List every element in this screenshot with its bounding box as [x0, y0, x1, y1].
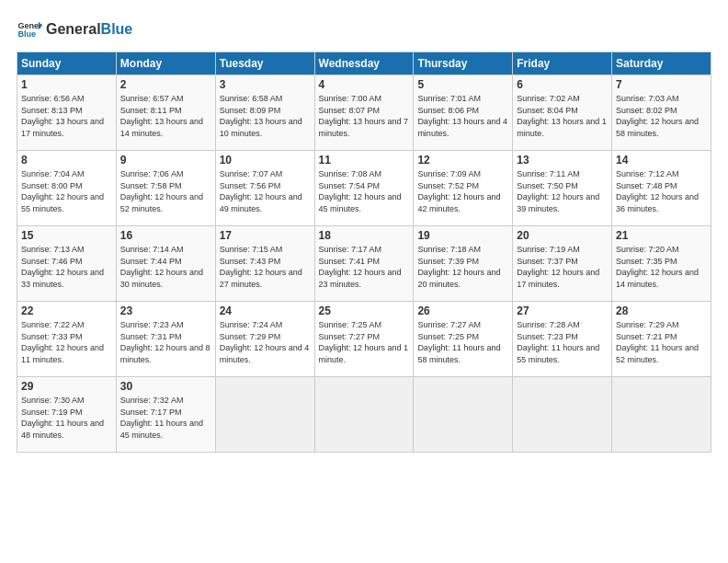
- col-saturday: Saturday: [612, 52, 711, 75]
- table-row: 6Sunrise: 7:02 AMSunset: 8:04 PMDaylight…: [513, 75, 612, 151]
- table-row: 29Sunrise: 7:30 AMSunset: 7:19 PMDayligh…: [17, 377, 117, 453]
- table-row: 28Sunrise: 7:29 AMSunset: 7:21 PMDayligh…: [612, 302, 711, 377]
- table-row: 4Sunrise: 7:00 AMSunset: 8:07 PMDaylight…: [314, 75, 414, 151]
- table-row: 10Sunrise: 7:07 AMSunset: 7:56 PMDayligh…: [215, 151, 314, 226]
- header: General Blue GeneralBlue: [17, 17, 711, 42]
- table-row: 25Sunrise: 7:25 AMSunset: 7:27 PMDayligh…: [314, 302, 414, 377]
- svg-text:Blue: Blue: [17, 29, 36, 39]
- table-row: 11Sunrise: 7:08 AMSunset: 7:54 PMDayligh…: [314, 151, 414, 226]
- table-row: 23Sunrise: 7:23 AMSunset: 7:31 PMDayligh…: [116, 302, 215, 377]
- table-row: [612, 377, 711, 453]
- col-sunday: Sunday: [17, 52, 117, 75]
- table-row: 19Sunrise: 7:18 AMSunset: 7:39 PMDayligh…: [414, 226, 513, 302]
- table-row: 24Sunrise: 7:24 AMSunset: 7:29 PMDayligh…: [215, 302, 314, 377]
- table-row: 8Sunrise: 7:04 AMSunset: 8:00 PMDaylight…: [17, 151, 117, 226]
- table-row: 18Sunrise: 7:17 AMSunset: 7:41 PMDayligh…: [314, 226, 414, 302]
- table-row: 22Sunrise: 7:22 AMSunset: 7:33 PMDayligh…: [17, 302, 117, 377]
- table-row: 21Sunrise: 7:20 AMSunset: 7:35 PMDayligh…: [612, 226, 711, 302]
- col-tuesday: Tuesday: [215, 52, 314, 75]
- table-row: 5Sunrise: 7:01 AMSunset: 8:06 PMDaylight…: [414, 75, 513, 151]
- table-row: 12Sunrise: 7:09 AMSunset: 7:52 PMDayligh…: [414, 151, 513, 226]
- table-row: 27Sunrise: 7:28 AMSunset: 7:23 PMDayligh…: [513, 302, 612, 377]
- logo-icon: General Blue: [17, 17, 42, 42]
- table-row: 14Sunrise: 7:12 AMSunset: 7:48 PMDayligh…: [612, 151, 711, 226]
- col-wednesday: Wednesday: [314, 52, 414, 75]
- table-row: 20Sunrise: 7:19 AMSunset: 7:37 PMDayligh…: [513, 226, 612, 302]
- table-row: 13Sunrise: 7:11 AMSunset: 7:50 PMDayligh…: [513, 151, 612, 226]
- table-row: 3Sunrise: 6:58 AMSunset: 8:09 PMDaylight…: [215, 75, 314, 151]
- table-row: 1Sunrise: 6:56 AMSunset: 8:13 PMDaylight…: [17, 75, 117, 151]
- logo: General Blue GeneralBlue: [17, 17, 132, 42]
- table-row: [414, 377, 513, 453]
- logo-blue: Blue: [101, 21, 133, 37]
- table-row: [513, 377, 612, 453]
- table-row: 2Sunrise: 6:57 AMSunset: 8:11 PMDaylight…: [116, 75, 215, 151]
- col-thursday: Thursday: [414, 52, 513, 75]
- table-row: 30Sunrise: 7:32 AMSunset: 7:17 PMDayligh…: [116, 377, 215, 453]
- col-monday: Monday: [116, 52, 215, 75]
- col-friday: Friday: [513, 52, 612, 75]
- table-row: 9Sunrise: 7:06 AMSunset: 7:58 PMDaylight…: [116, 151, 215, 226]
- table-row: [314, 377, 414, 453]
- table-row: 17Sunrise: 7:15 AMSunset: 7:43 PMDayligh…: [215, 226, 314, 302]
- table-row: 15Sunrise: 7:13 AMSunset: 7:46 PMDayligh…: [17, 226, 117, 302]
- table-row: 16Sunrise: 7:14 AMSunset: 7:44 PMDayligh…: [116, 226, 215, 302]
- calendar: Sunday Monday Tuesday Wednesday Thursday…: [17, 52, 711, 453]
- table-row: 7Sunrise: 7:03 AMSunset: 8:02 PMDaylight…: [612, 75, 711, 151]
- logo-general: General: [46, 21, 101, 37]
- table-row: [215, 377, 314, 453]
- table-row: 26Sunrise: 7:27 AMSunset: 7:25 PMDayligh…: [414, 302, 513, 377]
